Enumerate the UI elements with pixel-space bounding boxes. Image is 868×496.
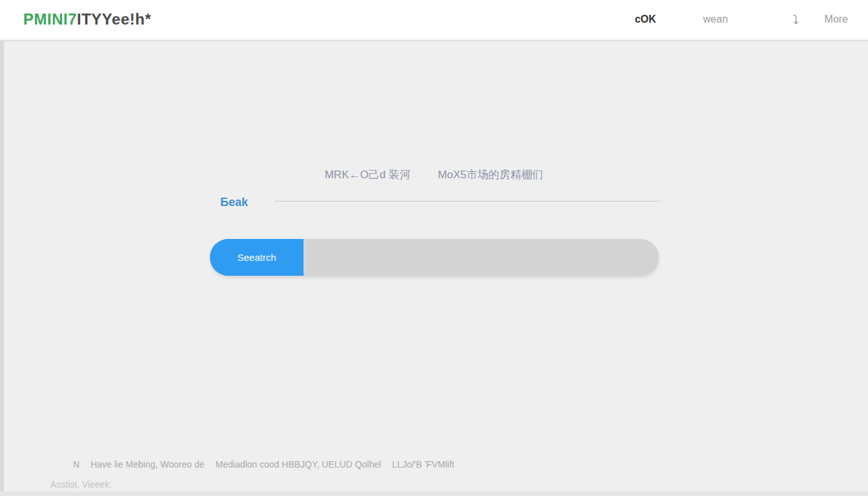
footer-links-row: N Have lie Mebing, Wooreo de Mediadlon c… [73, 459, 454, 470]
footer-link-4[interactable]: LLJo/'B 'FVMlift [392, 459, 454, 470]
nav-item-wean[interactable]: wean [703, 14, 728, 25]
nav-item-ok[interactable]: cOK [635, 14, 656, 25]
tab-second[interactable]: MoX5市场的房精棚们 [438, 167, 543, 182]
header: PMINI7ITYYee!h* cOK wean ⤵ More [0, 0, 868, 39]
search-bar: Seeatrch [210, 239, 659, 276]
footer-copyright: Asstist, Vieeek: [50, 479, 112, 490]
nav-item-more[interactable]: More [825, 14, 848, 25]
footer-link-2[interactable]: Have lie Mebing, Wooreo de [90, 459, 204, 470]
bottom-edge-strip [0, 491, 868, 496]
site-logo[interactable]: PMINI7ITYYee!h* [23, 10, 151, 28]
logo-text-primary: PMINI7 [23, 10, 77, 28]
curved-down-arrow-icon[interactable]: ⤵ [792, 14, 799, 26]
footer-link-1[interactable]: N [73, 459, 79, 470]
search-input[interactable] [304, 239, 659, 276]
tab-bar: MRK←O己d 装河 MoX5市场的房精棚们 [325, 167, 544, 182]
divider-line [274, 201, 660, 202]
main-content: MRK←O己d 装河 MoX5市场的房精棚们 Бeak Seeatrch N H… [0, 40, 868, 496]
tab-first[interactable]: MRK←O己d 装河 [325, 167, 411, 182]
header-nav: cOK wean ⤵ More [635, 0, 848, 39]
footer-link-3[interactable]: Mediadlon cood HBBJQY, UELUD Qolhel [216, 459, 382, 470]
page: PMINI7ITYYee!h* cOK wean ⤵ More MRK←O己d … [0, 0, 868, 496]
quick-link[interactable]: Бeak [220, 196, 248, 209]
logo-text-secondary: ITYYee!h* [77, 10, 151, 28]
left-edge-strip [0, 41, 4, 496]
search-button[interactable]: Seeatrch [210, 239, 304, 276]
